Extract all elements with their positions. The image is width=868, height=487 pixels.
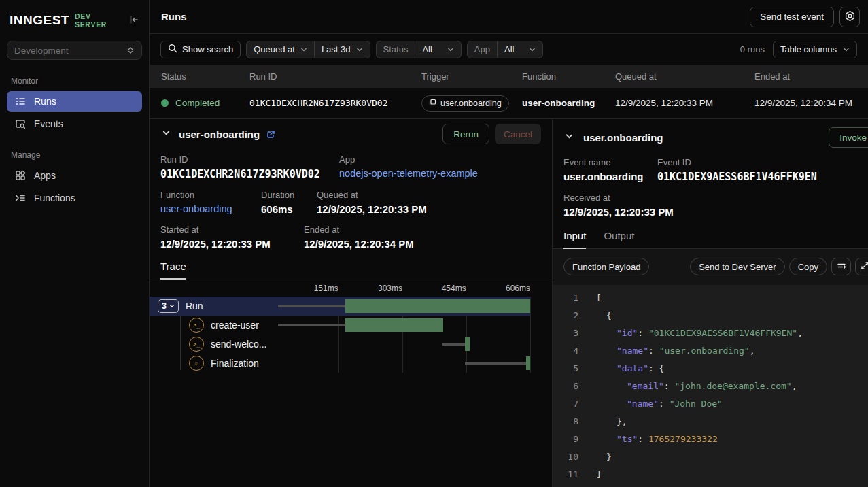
function-payload-button[interactable]: Function Payload xyxy=(563,258,649,275)
chevron-down-icon xyxy=(447,46,454,53)
trace-queue-line xyxy=(442,343,466,346)
app-link[interactable]: nodejs-open-telemetry-example xyxy=(339,168,541,179)
trace-axis: 151ms303ms454ms606ms xyxy=(275,280,530,297)
app-window: INNGEST DEV SERVER Development Monitor R… xyxy=(0,0,868,487)
code-line: 9"ts": 1765279233322 xyxy=(553,431,868,448)
trace-axis-tick: 151ms xyxy=(314,284,338,293)
chevron-down-icon xyxy=(529,46,536,53)
copy-button[interactable]: Copy xyxy=(789,258,827,275)
collapse-sidebar-icon xyxy=(128,14,139,27)
main-content: Runs Send test event Show search Queued … xyxy=(150,0,868,487)
invoke-button[interactable]: Invoke xyxy=(829,127,868,148)
trace-row-run[interactable]: 3Run xyxy=(150,297,530,316)
cancel-button[interactable]: Cancel xyxy=(495,124,541,144)
rerun-button[interactable]: Rerun xyxy=(442,124,489,144)
collapse-sidebar-button[interactable] xyxy=(128,14,139,27)
column-header-queued-at: Queued at xyxy=(615,71,754,82)
send-test-event-button[interactable]: Send test event xyxy=(750,7,834,27)
external-link-icon[interactable] xyxy=(266,130,275,139)
inngest-logo: INNGEST xyxy=(10,13,69,28)
queued-at-label: Queued at xyxy=(317,190,541,200)
sidebar-item-apps[interactable]: Apps xyxy=(7,165,142,186)
tab-input[interactable]: Input xyxy=(563,230,586,249)
show-search-button[interactable]: Show search xyxy=(160,41,241,58)
gear-icon xyxy=(844,10,856,24)
trigger-badge[interactable]: user.onboarding xyxy=(421,95,509,112)
chevron-down-icon xyxy=(843,46,850,53)
environment-select[interactable]: Development xyxy=(7,41,142,60)
trace-row-track xyxy=(275,354,530,373)
sidebar-item-runs[interactable]: Runs xyxy=(7,91,142,112)
runs-table-header: Status Run ID Trigger Function Queued at… xyxy=(150,65,868,88)
app-filter-dropdown[interactable]: All xyxy=(497,41,542,58)
collapse-run-details-button[interactable] xyxy=(160,127,172,141)
sidebar-item-label: Events xyxy=(34,118,63,129)
trace-axis-tick: 606ms xyxy=(506,284,530,293)
tab-output[interactable]: Output xyxy=(604,230,634,248)
event-title: user.onboarding xyxy=(583,132,663,144)
chevron-down-icon xyxy=(300,46,307,53)
payload-section: Function Payload Send to Dev Server Copy xyxy=(553,249,868,487)
trace-queue-line xyxy=(278,305,345,307)
trace-indent-guide xyxy=(180,316,181,370)
sidebar-item-label: Runs xyxy=(34,96,56,107)
io-tab-bar: Input Output xyxy=(553,230,868,249)
send-to-dev-server-button[interactable]: Send to Dev Server xyxy=(690,258,784,275)
trace-expand-badge[interactable]: 3 xyxy=(158,299,179,313)
app-filter-group: App All xyxy=(467,41,544,58)
trace-axis-tick: 303ms xyxy=(378,284,402,293)
trace-row-label: Run xyxy=(186,301,203,312)
chevron-down-icon xyxy=(565,132,574,143)
column-header-status: Status xyxy=(161,71,249,82)
functions-icon xyxy=(14,192,27,204)
step-terminal-icon: >_ xyxy=(189,337,204,352)
event-id-value: 01KC1DEX9AESS6BF1V46FFK9EN xyxy=(657,171,868,183)
filter-bar: Show search Queued at Last 3d Status All xyxy=(150,34,868,65)
collapse-event-details-button[interactable] xyxy=(563,131,575,144)
sidebar-item-functions[interactable]: Functions xyxy=(7,188,142,208)
status-text: Completed xyxy=(175,98,220,108)
ended-at-value: 12/9/2025, 12:20:34 PM xyxy=(304,238,541,250)
table-columns-dropdown[interactable]: Table columns xyxy=(773,41,857,58)
nav-section-monitor: Monitor xyxy=(0,76,149,86)
chevron-down-icon xyxy=(162,129,171,139)
line-number: 8 xyxy=(553,413,578,431)
line-number: 5 xyxy=(553,360,578,377)
trace-row-label: send-welco... xyxy=(211,339,266,350)
expand-icon xyxy=(861,261,868,272)
status-filter-dropdown[interactable]: All xyxy=(415,41,460,58)
duration-label: Duration xyxy=(261,190,317,200)
apps-icon xyxy=(14,169,27,182)
code-line: 2{ xyxy=(553,307,868,324)
queued-at-dropdown[interactable]: Queued at xyxy=(247,41,314,58)
code-lines: 1[2{3"id": "01KC1DEX9AESS6BF1V46FFK9EN",… xyxy=(553,289,868,484)
runs-icon xyxy=(14,95,27,107)
trace-row-track xyxy=(275,335,530,354)
ended-at-cell: 12/9/2025, 12:20:34 PM xyxy=(754,98,868,108)
sidebar-nav: Monitor Runs Events Manage Apps xyxy=(0,60,149,210)
sidebar-item-events[interactable]: Events xyxy=(7,114,142,134)
nav-section-manage: Manage xyxy=(0,150,149,160)
code-line: 3"id": "01KC1DEX9AESS6BF1V46FFK9EN", xyxy=(553,324,868,342)
expand-button[interactable] xyxy=(855,258,868,275)
settings-button[interactable] xyxy=(839,7,860,27)
trace-row-finalization[interactable]: ☑Finalization xyxy=(150,354,530,373)
received-at-label: Received at xyxy=(563,192,868,203)
trace-row-label: create-user xyxy=(211,320,259,331)
trace-row-create-user[interactable]: >_create-user xyxy=(150,316,530,335)
payload-code-editor: 1[2{3"id": "01KC1DEX9AESS6BF1V46FFK9EN",… xyxy=(553,285,868,487)
table-row[interactable]: Completed 01KC1DEXCHR2N617Z93RK0VD02 use… xyxy=(150,88,868,119)
finalization-check-icon: ☑ xyxy=(189,356,204,371)
search-icon xyxy=(168,44,177,55)
time-range-dropdown[interactable]: Last 3d xyxy=(314,41,370,58)
trace-exec-bar xyxy=(345,318,443,332)
page-title: Runs xyxy=(161,11,187,22)
select-chevrons-icon xyxy=(126,46,135,54)
sidebar-item-label: Functions xyxy=(34,192,75,203)
trace-row-send-welco-[interactable]: >_send-welco... xyxy=(150,335,530,354)
function-link[interactable]: user-onboarding xyxy=(160,203,261,214)
event-name-label: Event name xyxy=(563,157,657,167)
started-at-value: 12/9/2025, 12:20:33 PM xyxy=(160,238,304,250)
tab-trace[interactable]: Trace xyxy=(160,261,186,280)
wrap-lines-button[interactable] xyxy=(831,258,851,275)
